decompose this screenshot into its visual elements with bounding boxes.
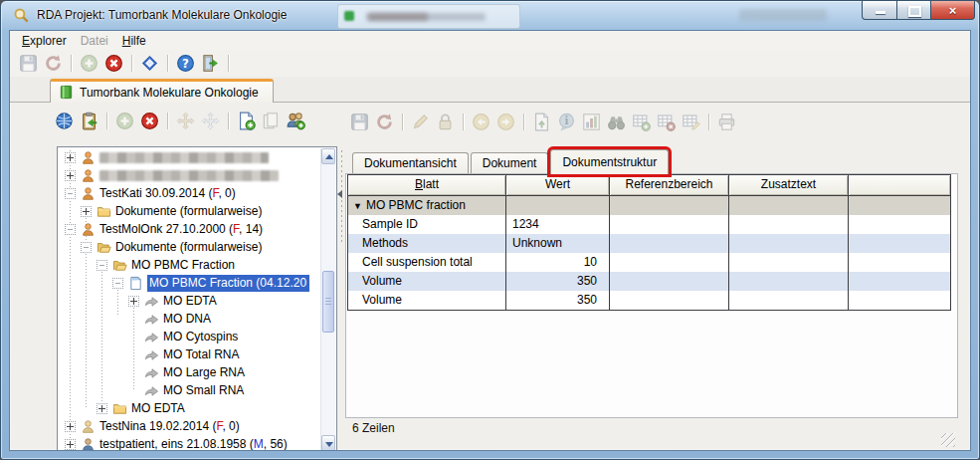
sample-icon <box>144 383 159 398</box>
menu-hotkey: E <box>22 34 30 48</box>
table-row[interactable]: MethodsUnknown <box>348 234 950 253</box>
tree-item[interactable]: Dokumente (formularweise) <box>59 238 319 256</box>
project-tab-strip: Tumorbank Molekulare Onkologie <box>10 77 970 103</box>
delete-node-button[interactable] <box>140 112 159 130</box>
menu-item-datei[interactable]: Datei <box>74 33 115 49</box>
toolbar-separator <box>71 55 72 72</box>
tree-item[interactable]: MO Large RNA <box>59 363 319 381</box>
column-header-wert[interactable]: Wert <box>506 175 610 195</box>
tree-expander-icon[interactable] <box>65 188 76 199</box>
cell-wert: 350 <box>506 272 610 291</box>
exit-button[interactable] <box>201 54 220 73</box>
tree-label-text: MO EDTA <box>163 294 217 308</box>
status-bar: 6 Zeilen <box>345 421 958 435</box>
minimize-button[interactable] <box>862 1 897 20</box>
panel-splitter[interactable] <box>337 150 345 242</box>
maximize-button[interactable] <box>897 1 931 20</box>
table-delete-icon <box>657 113 676 131</box>
close-button[interactable]: × <box>931 1 975 20</box>
edit-icon <box>411 113 430 131</box>
delete-button[interactable] <box>104 54 123 73</box>
tree-item[interactable]: testpatient, eins 21.08.1958 (M, 56) <box>59 435 319 451</box>
table-row[interactable]: Cell suspension total10 <box>348 253 950 272</box>
tree-item[interactable] <box>59 148 319 166</box>
tab-tumorbank-molekulare-onkologie[interactable]: Tumorbank Molekulare Onkologie <box>50 79 274 103</box>
navigate-button[interactable] <box>140 54 159 73</box>
cell-zusatztext <box>729 253 849 272</box>
tab-dokumentansicht[interactable]: Dokumentansicht <box>352 152 469 174</box>
tree-item[interactable]: MO PBMC Fraction <box>59 256 319 274</box>
tree-item[interactable]: MO EDTA <box>59 399 319 417</box>
document-structure-table: BlattWertReferenzbereichZusatztext ▼MO P… <box>347 174 951 311</box>
tree-item[interactable]: TestMolOnk 27.10.2000 (F, 14) <box>59 220 319 238</box>
tree-expander-icon[interactable] <box>65 152 76 163</box>
tree-expander-icon[interactable] <box>65 224 76 235</box>
table-add-button <box>632 113 651 131</box>
tab-dokumentstruktur[interactable]: Dokumentstruktur <box>550 149 669 174</box>
menu-item-hilfe[interactable]: Hilfe <box>115 33 153 49</box>
table-group-row[interactable]: ▼MO PBMC fraction <box>348 196 950 215</box>
tree-item-label: MO Total RNA <box>163 347 239 361</box>
tree-item[interactable]: MO Small RNA <box>59 381 319 399</box>
tree-item[interactable] <box>59 166 319 184</box>
tree-item[interactable]: MO DNA <box>59 310 319 328</box>
tree-item[interactable]: TestNina 19.02.2014 (F, 0) <box>59 417 319 435</box>
document-icon <box>128 276 143 291</box>
tree-expander-icon[interactable] <box>65 439 76 450</box>
blurred-text <box>368 13 428 21</box>
close-icon: × <box>949 3 957 18</box>
undo-document-button <box>375 113 394 131</box>
add-patient-button[interactable] <box>287 112 305 130</box>
tree-expander-icon[interactable] <box>65 421 76 432</box>
background-window-blur <box>337 4 520 29</box>
menu-item-explorer[interactable]: Explorer <box>15 33 74 49</box>
tree-label-text: MO Total RNA <box>163 347 239 361</box>
table-row[interactable]: Volume350 <box>348 272 950 291</box>
scroll-up-button[interactable] <box>321 148 335 164</box>
cell-blatt: Cell suspension total <box>348 253 506 272</box>
forward-icon <box>496 113 515 131</box>
redacted-patient-name <box>99 152 269 163</box>
new-document-button[interactable] <box>237 112 256 130</box>
column-header-referenzbereich[interactable]: Referenzbereich <box>610 175 729 195</box>
tree-expander-icon[interactable] <box>128 296 139 307</box>
table-edit-button <box>682 113 700 131</box>
svg-text:?: ? <box>182 57 189 71</box>
tree-expander-icon[interactable] <box>97 403 107 414</box>
tree-expander-icon[interactable] <box>112 278 123 289</box>
tree-expander-icon[interactable] <box>65 170 76 181</box>
tree-item[interactable]: MO EDTA <box>59 292 319 310</box>
book-icon <box>59 85 74 100</box>
tree-item[interactable]: MO Total RNA <box>59 345 319 363</box>
tree-item-label: MO PBMC Fraction <box>131 258 235 272</box>
lock-button <box>436 113 455 131</box>
column-label: Zusatztext <box>761 177 816 191</box>
tab-dokument[interactable]: Dokument <box>471 152 549 174</box>
tree-item[interactable]: MO PBMC Fraction (04.12.20 <box>59 274 319 292</box>
column-header-blatt[interactable]: Blatt <box>348 175 506 195</box>
tree-expander-icon[interactable] <box>81 206 92 217</box>
toolbar-separator <box>167 113 168 129</box>
cell-blatt: Volume <box>348 291 506 310</box>
tree-label-text: , 14) <box>239 222 263 236</box>
info-button: i <box>557 113 576 131</box>
tree-scrollbar[interactable] <box>320 148 335 451</box>
scrollbar-thumb[interactable] <box>322 271 334 333</box>
collapse-triangle-icon[interactable]: ▼ <box>353 201 362 211</box>
tree-expander-icon[interactable] <box>81 242 92 253</box>
refresh-button[interactable] <box>55 112 74 130</box>
tree-item[interactable]: Dokumente (formularweise) <box>59 202 319 220</box>
tree-item[interactable]: TestKati 30.09.2014 (F, 0) <box>59 184 319 202</box>
tree-item[interactable]: MO Cytospins <box>59 328 319 345</box>
tree-expander-icon[interactable] <box>97 260 107 271</box>
resize-grip[interactable] <box>941 433 955 447</box>
scroll-down-button[interactable] <box>321 435 335 451</box>
column-header-zusatztext[interactable]: Zusatztext <box>729 175 849 195</box>
find-icon <box>607 113 626 131</box>
blurred-text <box>739 9 827 21</box>
import-button[interactable] <box>80 112 98 130</box>
help-button[interactable]: ? <box>176 54 195 73</box>
table-row[interactable]: Volume350 <box>348 291 950 310</box>
person-pale-icon <box>81 419 96 434</box>
table-row[interactable]: Sample ID1234 <box>348 215 950 234</box>
